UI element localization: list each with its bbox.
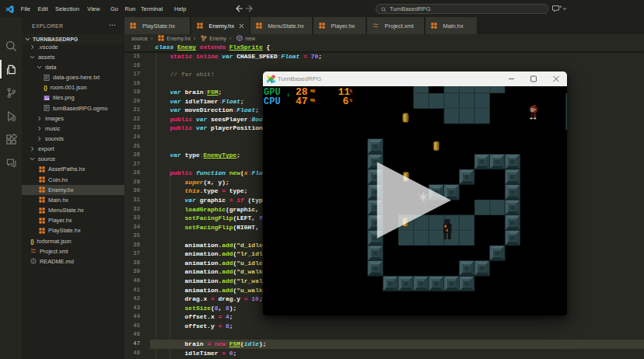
svg-text:47: 47 [296,96,308,107]
svg-text:MB: MB [310,99,315,103]
svg-text:CPU: CPU [264,96,281,107]
svg-text:MB: MB [310,89,315,94]
svg-text:6: 6 [342,96,348,107]
